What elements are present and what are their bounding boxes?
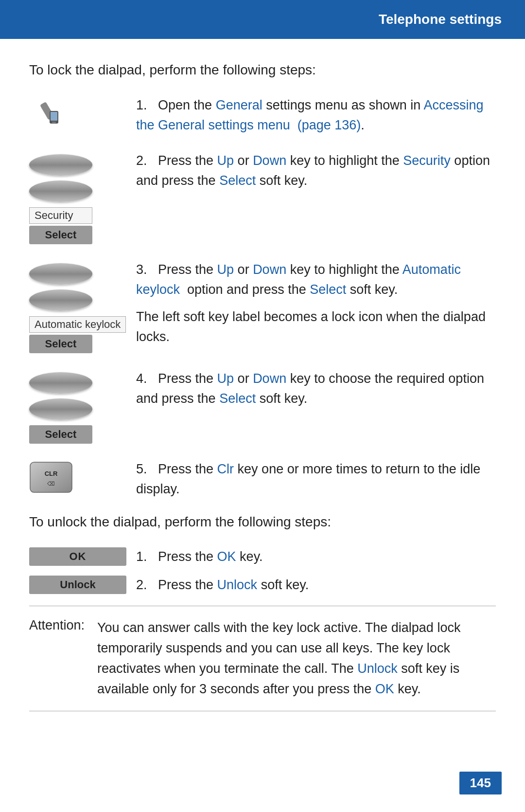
unlock-step-row-1: OK 1. Press the OK key.: [29, 547, 496, 566]
header-title: Telephone settings: [379, 12, 502, 27]
nav-key-down-3: [29, 289, 92, 311]
step-row-3: Automatic keylock Select 3. Press the Up…: [29, 260, 496, 353]
ok-button[interactable]: OK: [29, 547, 126, 566]
step-2-text: 2. Press the Up or Down key to highlight…: [126, 151, 496, 190]
unlock-step-1-link-ok[interactable]: OK: [217, 549, 236, 564]
unlock-step-2-link-unlock[interactable]: Unlock: [217, 577, 258, 592]
step-1-icon-col: [29, 95, 126, 135]
step-row-2: Security Select 2. Press the Up or Down …: [29, 151, 496, 244]
unlock-steps: OK 1. Press the OK key. Unlock 2. Press …: [29, 547, 496, 594]
unlock-step-row-2: Unlock 2. Press the Unlock soft key.: [29, 576, 496, 594]
step-row-1: 1. Open the General settings menu as sho…: [29, 95, 496, 135]
nav-keys-2: [29, 153, 92, 203]
step-1-link-general[interactable]: General: [216, 98, 262, 112]
step-3-link-autokeylock[interactable]: Automatic keylock: [136, 262, 461, 297]
intro-unlock-text: To unlock the dialpad, perform the follo…: [29, 514, 496, 530]
step-3-link-up[interactable]: Up: [217, 262, 234, 277]
svg-rect-3: [52, 122, 56, 123]
attention-box: Attention: You can answer calls with the…: [29, 606, 496, 711]
nav-key-down-4: [29, 398, 92, 420]
unlock-step-2-num: 2.: [136, 577, 147, 592]
nav-key-down-2: [29, 180, 92, 202]
step-row-5: CLR ⌫ 5. Press the Clr key one or more t…: [29, 459, 496, 499]
step-3-num: 3.: [136, 262, 147, 277]
step-3-link-select[interactable]: Select: [310, 282, 346, 297]
step-3-link-down[interactable]: Down: [253, 262, 286, 277]
step-1-text: 1. Open the General settings menu as sho…: [126, 95, 496, 135]
step-3-text: 3. Press the Up or Down key to highlight…: [126, 260, 496, 346]
unlock-button[interactable]: Unlock: [29, 576, 126, 594]
svg-text:CLR: CLR: [45, 470, 58, 477]
step-5-icon-col: CLR ⌫: [29, 459, 126, 493]
step-5-num: 5.: [136, 462, 147, 476]
step-1-link-accessing[interactable]: Accessing the General settings menu (pag…: [136, 98, 483, 132]
svg-rect-2: [51, 112, 57, 121]
step-2-icon-col: Security Select: [29, 151, 126, 244]
step-4-link-select[interactable]: Select: [219, 391, 256, 406]
nav-key-up-2: [29, 154, 92, 176]
attention-link-ok[interactable]: OK: [375, 682, 394, 696]
step-2-link-security[interactable]: Security: [403, 153, 451, 168]
unlock-step-2-text: 2. Press the Unlock soft key.: [126, 577, 496, 593]
unlock-step-1-btn-col: OK: [29, 547, 126, 566]
unlock-step-2-btn-col: Unlock: [29, 576, 126, 594]
page-header: Telephone settings: [0, 0, 525, 39]
nav-key-up-4: [29, 372, 92, 394]
step-row-4: Select 4. Press the Up or Down key to ch…: [29, 369, 496, 444]
step-4-link-down[interactable]: Down: [253, 371, 286, 386]
attention-text: You can answer calls with the key lock a…: [97, 618, 496, 699]
main-content: To lock the dialpad, perform the followi…: [0, 39, 525, 740]
step-2-num: 2.: [136, 153, 147, 168]
screen-label-security: Security: [29, 207, 92, 224]
attention-link-unlock[interactable]: Unlock: [357, 661, 398, 676]
attention-label: Attention:: [29, 618, 97, 633]
step-2-link-up[interactable]: Up: [217, 153, 234, 168]
step-4-link-up[interactable]: Up: [217, 371, 234, 386]
step-4-icon-col: Select: [29, 369, 126, 444]
svg-rect-4: [30, 462, 72, 492]
select-btn-2[interactable]: Select: [29, 226, 92, 244]
step-1-num: 1.: [136, 98, 147, 112]
page-number: 145: [459, 772, 502, 794]
step-2-link-select[interactable]: Select: [219, 173, 256, 188]
select-btn-4[interactable]: Select: [29, 425, 92, 444]
nav-keys-3: [29, 262, 92, 312]
step-5-link-clr[interactable]: Clr: [217, 462, 234, 476]
unlock-step-1-text: 1. Press the OK key.: [126, 549, 496, 564]
screen-label-autokeylock: Automatic keylock: [29, 316, 126, 333]
intro-lock-text: To lock the dialpad, perform the followi…: [29, 62, 496, 78]
step-4-text: 4. Press the Up or Down key to choose th…: [126, 369, 496, 408]
unlock-step-1-num: 1.: [136, 549, 147, 564]
step-2-link-down[interactable]: Down: [253, 153, 286, 168]
lock-steps: 1. Open the General settings menu as sho…: [29, 95, 496, 499]
clr-key-icon: CLR ⌫: [29, 461, 73, 493]
step-4-num: 4.: [136, 371, 147, 386]
step-5-text: 5. Press the Clr key one or more times t…: [126, 459, 496, 499]
step-3-icon-col: Automatic keylock Select: [29, 260, 126, 353]
nav-key-up-3: [29, 263, 92, 285]
select-btn-3[interactable]: Select: [29, 335, 92, 353]
tool-icon: [29, 97, 63, 131]
nav-keys-4: [29, 371, 92, 421]
svg-text:⌫: ⌫: [47, 481, 55, 487]
